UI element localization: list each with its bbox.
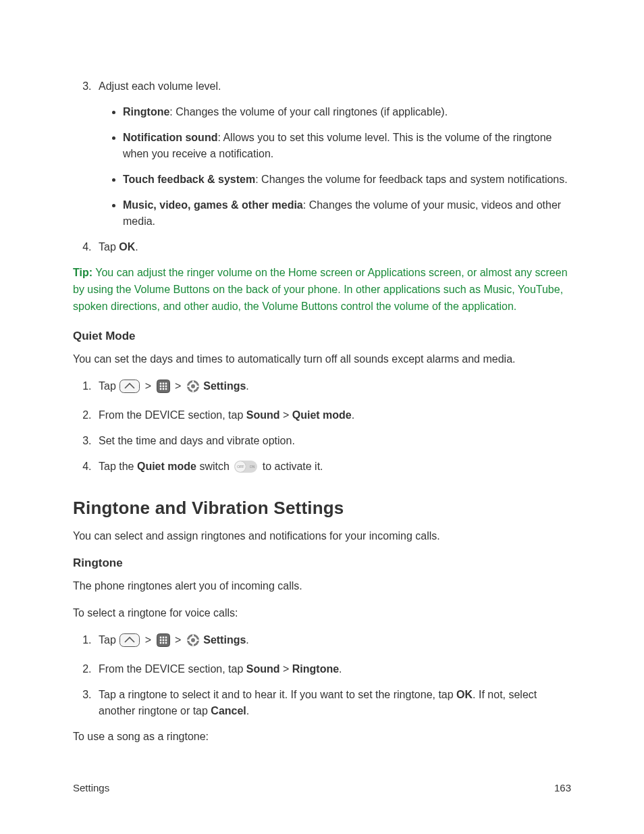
- step-3-bullets: Ringtone: Changes the volume of your cal…: [99, 104, 571, 230]
- term: Music, video, games & other media: [123, 199, 303, 211]
- svg-rect-16: [120, 634, 140, 647]
- ringtone-p3: To use a song as a ringtone:: [73, 729, 571, 745]
- bullet-media: Music, video, games & other media: Chang…: [123, 197, 571, 230]
- svg-rect-28: [192, 635, 194, 637]
- qm: Quiet mode: [137, 461, 196, 472]
- pre: Tap a ringtone to select it and to hear …: [99, 689, 456, 700]
- term: Touch feedback & system: [123, 174, 255, 185]
- step-4: Tap OK.: [95, 239, 571, 255]
- quiet-step-3: Set the time and days and vibrate option…: [95, 433, 571, 449]
- svg-rect-30: [187, 640, 189, 641]
- desc: : Changes the volume of your call ringto…: [169, 106, 448, 118]
- dot: .: [339, 663, 342, 675]
- ringtone-p2: To select a ringtone for voice calls:: [73, 605, 571, 621]
- svg-point-22: [162, 640, 164, 642]
- bullet-ringtone: Ringtone: Changes the volume of your cal…: [123, 104, 571, 120]
- apps-icon: [157, 380, 170, 398]
- settings-label: Settings: [203, 634, 246, 646]
- svg-point-21: [159, 640, 161, 642]
- volume-steps-continued: Adjust each volume level. Ringtone: Chan…: [73, 78, 571, 255]
- svg-rect-14: [187, 386, 189, 387]
- term: Ringtone: [123, 106, 169, 118]
- quiet-mode-intro: You can set the days and times to automa…: [73, 351, 571, 367]
- svg-point-2: [159, 383, 161, 385]
- gt-1: >: [145, 634, 151, 646]
- gt-2: >: [175, 634, 181, 646]
- ringtone-step-3: Tap a ringtone to select it and to hear …: [95, 687, 571, 719]
- step-3-lead: Adjust each volume level.: [99, 80, 221, 92]
- quiet-step-2: From the DEVICE section, tap Sound > Qui…: [95, 407, 571, 423]
- footer-page-number: 163: [554, 782, 571, 793]
- svg-point-18: [159, 637, 161, 639]
- svg-rect-0: [120, 380, 140, 393]
- svg-point-6: [162, 386, 164, 388]
- settings-icon: [186, 633, 200, 652]
- quiet-step-4: Tap the Quiet mode switch OFFON to activ…: [95, 459, 571, 475]
- apps-icon: [157, 633, 170, 652]
- ringtone-p1: The phone ringtones alert you of incomin…: [73, 578, 571, 594]
- bullet-notification-sound: Notification sound: Allows you to set th…: [123, 130, 571, 162]
- svg-rect-13: [192, 390, 194, 392]
- step-3: Adjust each volume level. Ringtone: Chan…: [95, 78, 571, 230]
- dot: .: [246, 705, 249, 716]
- pre: From the DEVICE section, tap: [99, 409, 246, 421]
- settings-icon: [186, 380, 200, 398]
- desc: : Changes the volume for feedback taps a…: [255, 174, 567, 185]
- svg-rect-15: [196, 386, 198, 387]
- sound: Sound: [246, 663, 280, 675]
- settings-label: Settings: [203, 380, 246, 392]
- svg-point-26: [165, 642, 167, 644]
- tip-paragraph: Tip: You can adjust the ringer volume on…: [73, 265, 571, 315]
- ringtone-vibration-intro: You can select and assign ringtones and …: [73, 528, 571, 544]
- svg-point-25: [162, 642, 164, 644]
- cancel: Cancel: [211, 705, 246, 716]
- svg-point-24: [159, 642, 161, 644]
- select-ringtone-steps: Tap > > Settings. From the DEVICE sectio…: [73, 632, 571, 719]
- bullet-touch-feedback: Touch feedback & system: Changes the vol…: [123, 172, 571, 188]
- svg-rect-29: [192, 644, 194, 646]
- gt-2: >: [175, 380, 181, 392]
- gt: >: [280, 663, 292, 675]
- pre: From the DEVICE section, tap: [99, 663, 246, 675]
- svg-point-8: [159, 388, 161, 390]
- svg-rect-12: [192, 381, 194, 383]
- term: Notification sound: [123, 132, 217, 143]
- gt-1: >: [145, 380, 151, 392]
- dot: .: [135, 241, 138, 253]
- ok: OK: [119, 241, 135, 253]
- quiet-mode: Quiet mode: [292, 409, 352, 421]
- svg-point-9: [162, 388, 164, 390]
- tap-label: Tap: [99, 380, 119, 392]
- svg-point-23: [165, 640, 167, 642]
- rt: Ringtone: [292, 663, 339, 675]
- ringtone-heading: Ringtone: [73, 556, 571, 570]
- home-icon: [119, 633, 140, 652]
- svg-point-10: [165, 388, 167, 390]
- quiet-mode-steps: Tap > > Settings. From the DEVICE sectio…: [73, 378, 571, 475]
- svg-rect-31: [196, 640, 198, 641]
- post: to activate it.: [259, 461, 323, 472]
- mid: switch: [196, 461, 232, 472]
- quiet-mode-heading: Quiet Mode: [73, 330, 571, 343]
- quiet-step-1: Tap > > Settings.: [95, 378, 571, 398]
- switch-icon: OFFON: [234, 461, 257, 473]
- footer-section: Settings: [73, 782, 109, 793]
- svg-point-4: [165, 383, 167, 385]
- dot: .: [246, 380, 248, 392]
- pre: Tap: [99, 241, 119, 253]
- gt: >: [280, 409, 292, 421]
- svg-point-3: [162, 383, 164, 385]
- pre: Tap the: [99, 461, 137, 472]
- svg-point-5: [159, 386, 161, 388]
- sound: Sound: [246, 409, 280, 421]
- ringtone-vibration-heading: Ringtone and Vibration Settings: [73, 498, 571, 519]
- tap-label: Tap: [99, 634, 119, 646]
- ok: OK: [456, 689, 473, 700]
- tip-body: You can adjust the ringer volume on the …: [73, 267, 568, 312]
- svg-point-19: [162, 637, 164, 639]
- home-icon: [119, 380, 140, 398]
- page-footer: Settings 163: [73, 782, 571, 793]
- ringtone-step-2: From the DEVICE section, tap Sound > Rin…: [95, 661, 571, 677]
- svg-point-20: [165, 637, 167, 639]
- ringtone-step-1: Tap > > Settings.: [95, 632, 571, 652]
